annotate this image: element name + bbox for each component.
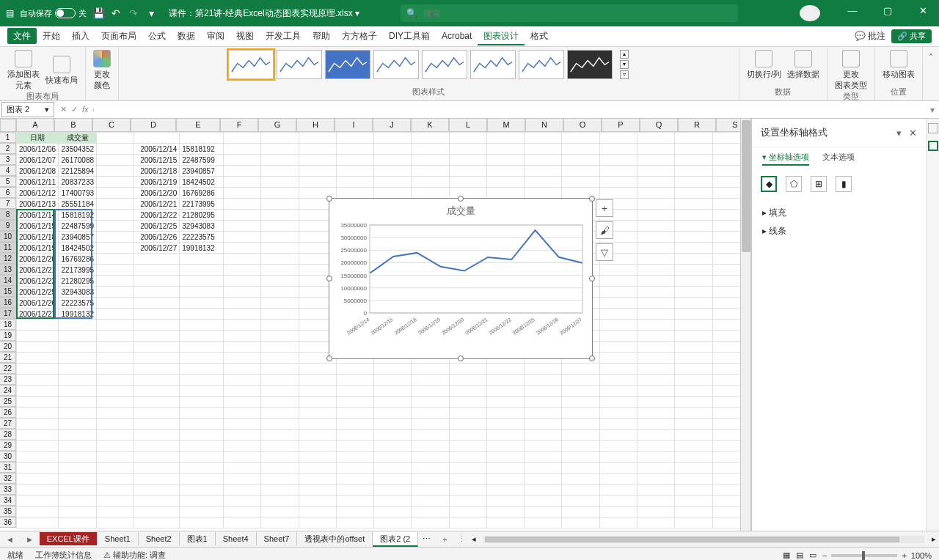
cell[interactable] bbox=[17, 419, 59, 430]
row-header[interactable]: 16 bbox=[0, 297, 16, 308]
row-header[interactable]: 25 bbox=[0, 396, 16, 407]
zoom-in-icon[interactable]: + bbox=[902, 551, 906, 560]
cell[interactable] bbox=[134, 276, 180, 287]
cell[interactable] bbox=[97, 353, 134, 364]
view-pagelayout-icon[interactable]: ▤ bbox=[796, 550, 803, 560]
cell[interactable]: 2006/12/27 bbox=[134, 243, 180, 254]
cell[interactable] bbox=[637, 144, 675, 155]
cell[interactable] bbox=[599, 506, 637, 517]
cell[interactable] bbox=[261, 287, 299, 298]
cell[interactable] bbox=[336, 144, 373, 155]
row-header[interactable]: 3 bbox=[0, 154, 16, 165]
cell[interactable] bbox=[449, 386, 486, 397]
cell[interactable] bbox=[637, 517, 675, 528]
cell[interactable] bbox=[336, 408, 373, 419]
cell[interactable] bbox=[59, 375, 97, 386]
cell[interactable] bbox=[374, 397, 412, 408]
cell[interactable] bbox=[374, 463, 412, 474]
cell[interactable] bbox=[336, 419, 373, 430]
cell[interactable] bbox=[486, 485, 524, 495]
tab-数据[interactable]: 数据 bbox=[172, 28, 201, 44]
row-header[interactable]: 14 bbox=[0, 275, 16, 286]
tab-文件[interactable]: 文件 bbox=[7, 28, 37, 44]
col-header[interactable]: O bbox=[563, 119, 602, 132]
cell[interactable] bbox=[599, 441, 637, 452]
cell[interactable] bbox=[261, 210, 299, 221]
row-header[interactable]: 5 bbox=[0, 176, 16, 187]
cell[interactable]: 2006/12/21 bbox=[134, 199, 180, 210]
cell[interactable] bbox=[675, 386, 712, 397]
cell[interactable] bbox=[562, 485, 599, 495]
cell[interactable]: 22125894 bbox=[59, 166, 97, 177]
cell[interactable] bbox=[599, 353, 637, 364]
cell[interactable]: 32943083 bbox=[180, 221, 224, 232]
cell[interactable] bbox=[449, 452, 486, 463]
chart-style-1[interactable] bbox=[228, 50, 274, 79]
cell[interactable] bbox=[97, 408, 134, 419]
sheet-tab[interactable]: EXCEL课件 bbox=[40, 532, 98, 545]
sheet-tab[interactable]: Sheet7 bbox=[257, 532, 298, 545]
cell[interactable] bbox=[261, 441, 299, 452]
col-header[interactable]: F bbox=[220, 119, 258, 132]
cell[interactable] bbox=[261, 177, 299, 188]
cell[interactable] bbox=[336, 397, 373, 408]
cell[interactable] bbox=[675, 309, 712, 320]
row-header[interactable]: 24 bbox=[0, 385, 16, 396]
view-pagebreak-icon[interactable]: ▭ bbox=[809, 550, 816, 560]
row-header[interactable]: 10 bbox=[0, 231, 16, 242]
cell[interactable] bbox=[637, 386, 675, 397]
tab-视图[interactable]: 视图 bbox=[230, 28, 260, 44]
cell[interactable] bbox=[336, 133, 373, 144]
cell[interactable] bbox=[299, 463, 336, 474]
row-header[interactable]: 31 bbox=[0, 462, 16, 473]
cell[interactable] bbox=[336, 177, 373, 188]
cell[interactable] bbox=[17, 364, 59, 375]
cell[interactable] bbox=[261, 397, 299, 408]
cell[interactable] bbox=[486, 463, 524, 474]
cell[interactable] bbox=[449, 517, 486, 528]
cell[interactable] bbox=[261, 452, 299, 463]
cell[interactable] bbox=[637, 353, 675, 364]
cell[interactable] bbox=[675, 276, 712, 287]
cell[interactable] bbox=[180, 495, 224, 506]
cell[interactable] bbox=[17, 506, 59, 517]
cell[interactable] bbox=[97, 517, 134, 528]
cell[interactable] bbox=[336, 517, 373, 528]
cell[interactable] bbox=[486, 177, 524, 188]
col-header[interactable]: I bbox=[335, 119, 373, 132]
col-header[interactable]: N bbox=[525, 119, 563, 132]
row-header[interactable]: 27 bbox=[0, 418, 16, 429]
cell[interactable] bbox=[224, 331, 261, 342]
cell[interactable] bbox=[486, 430, 524, 441]
cell[interactable] bbox=[412, 430, 449, 441]
cell[interactable] bbox=[486, 166, 524, 177]
status-accessibility[interactable]: ⚠ 辅助功能: 调查 bbox=[103, 550, 166, 560]
cell[interactable] bbox=[374, 452, 412, 463]
cell[interactable] bbox=[599, 309, 637, 320]
col-header[interactable]: K bbox=[411, 119, 449, 132]
autosave-toggle[interactable]: 自动保存关 bbox=[20, 8, 87, 19]
cell[interactable]: 17400793 bbox=[59, 188, 97, 199]
row-header[interactable]: 9 bbox=[0, 220, 16, 231]
cell[interactable] bbox=[134, 408, 180, 419]
cell[interactable] bbox=[224, 386, 261, 397]
row-header[interactable]: 34 bbox=[0, 495, 16, 506]
cell[interactable] bbox=[412, 144, 449, 155]
chart-style-8[interactable] bbox=[567, 50, 613, 79]
cell[interactable] bbox=[261, 276, 299, 287]
row-header[interactable]: 20 bbox=[0, 341, 16, 352]
cell[interactable] bbox=[637, 221, 675, 232]
cell[interactable] bbox=[17, 408, 59, 419]
cell[interactable] bbox=[299, 419, 336, 430]
cell[interactable] bbox=[261, 506, 299, 517]
cell[interactable] bbox=[224, 320, 261, 331]
cell[interactable] bbox=[562, 517, 599, 528]
cell[interactable] bbox=[97, 276, 134, 287]
cell[interactable] bbox=[59, 463, 97, 474]
select-all-triangle[interactable] bbox=[0, 119, 16, 132]
cell[interactable] bbox=[336, 441, 373, 452]
cell[interactable] bbox=[525, 364, 562, 375]
cell[interactable] bbox=[261, 331, 299, 342]
cell[interactable] bbox=[637, 265, 675, 276]
tab-图表设计[interactable]: 图表设计 bbox=[478, 28, 525, 45]
